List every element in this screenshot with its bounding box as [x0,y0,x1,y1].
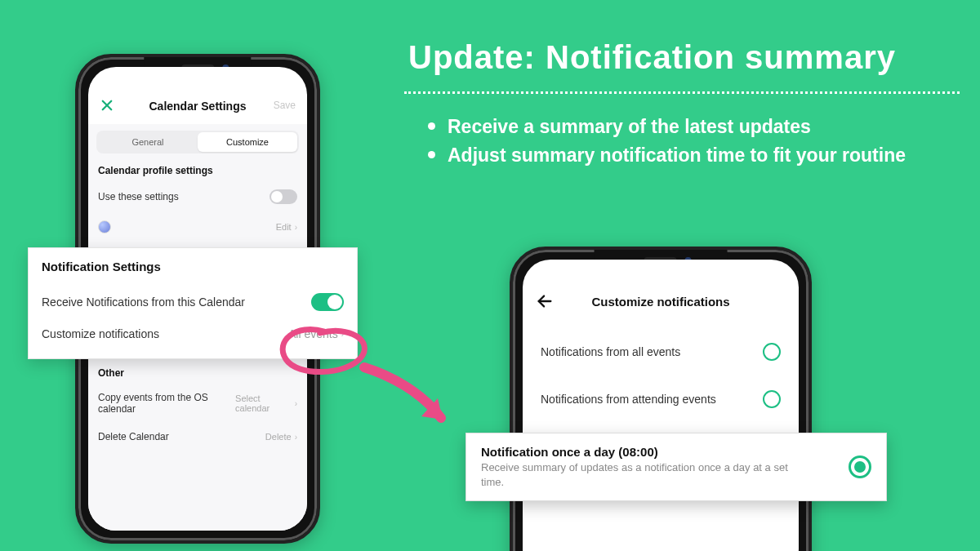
row-use-these-settings: Use these settings [96,181,299,212]
back-icon[interactable] [536,292,554,310]
once-a-day-desc: Receive summary of updates as a notifica… [481,460,808,489]
calendar-avatar-icon [98,220,111,233]
row-copy-events[interactable]: Copy events from the OS calendar Select … [96,384,299,423]
delete-calendar-label: Delete Calendar [98,431,169,442]
notification-settings-title: Notification Settings [42,260,344,273]
customize-notifications-title: Customize notifications [591,295,729,309]
headline: Update: Notification summary [408,39,896,76]
edit-label: Edit [276,222,292,232]
tab-customize[interactable]: Customize [198,132,297,152]
save-button[interactable]: Save [274,100,296,111]
chevron-right-icon: › [341,330,344,339]
settings-tabs: General Customize [96,131,299,153]
option-attending-events[interactable]: Notifications from attending events [539,375,782,423]
feature-bullets: Receive a summary of the latest updates … [425,114,947,171]
customize-notifications-label: Customize notifications [42,327,159,340]
once-a-day-title: Notification once a day (08:00) [481,445,808,459]
use-these-label: Use these settings [98,191,179,202]
calendar-settings-topbar: Calendar Settings Save [88,88,307,124]
bullet-2: Adjust summary notification time to fit … [425,143,947,168]
tab-general[interactable]: General [98,132,198,152]
toggle-receive-notifications[interactable] [311,293,344,311]
receive-notifications-label: Receive Notifications from this Calendar [42,295,245,309]
annotation-arrow [358,361,456,434]
customize-notifications-value: All events [288,327,338,340]
chevron-right-icon: › [295,399,297,408]
row-calendar-edit[interactable]: Edit› [96,212,299,242]
chevron-right-icon: › [295,223,297,232]
option-once-a-day-card[interactable]: Notification once a day (08:00) Receive … [466,433,887,501]
radio-once-a-day[interactable] [849,455,871,478]
delete-value: Delete [265,432,292,442]
option-all-events[interactable]: Notifications from all events [539,328,782,375]
copy-events-label: Copy events from the OS calendar [98,392,235,415]
phone-right: Customize notifications Notifications fr… [510,247,812,551]
toggle-use-these[interactable] [270,189,297,204]
radio-attending-events[interactable] [763,390,781,408]
copy-events-value: Select calendar [235,393,292,413]
customize-notifications-topbar: Customize notifications [523,282,799,320]
chevron-right-icon: › [295,433,297,442]
option-attending-events-label: Notifications from attending events [541,393,716,406]
option-all-events-label: Notifications from all events [541,345,680,358]
page-title: Calendar Settings [149,100,246,113]
bullet-1: Receive a summary of the latest updates [425,114,947,140]
notification-settings-card: Notification Settings Receive Notificati… [28,247,358,359]
section-profile-heading: Calendar profile settings [98,165,297,176]
row-customize-notifications[interactable]: Customize notifications All events› [42,319,344,349]
radio-all-events[interactable] [763,343,781,361]
dotted-divider [404,91,960,94]
close-icon[interactable] [100,98,114,113]
row-receive-notifications: Receive Notifications from this Calendar [42,285,344,319]
row-delete-calendar[interactable]: Delete Calendar Delete› [96,423,299,451]
section-other-heading: Other [98,367,297,379]
